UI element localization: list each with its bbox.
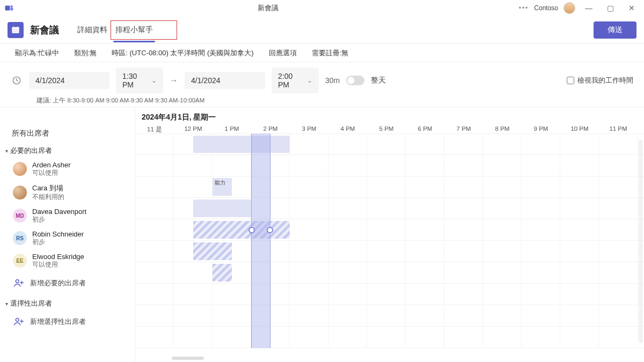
attendee-row[interactable]: EE Elwood Eskridge可以使用 xyxy=(0,249,135,272)
duration-label: 30m xyxy=(325,76,340,85)
avatar: EE xyxy=(13,254,27,268)
page-title: 新會議 xyxy=(30,24,59,36)
tabs: 詳細資料 排程小幫手 xyxy=(75,20,177,40)
avatar: RS xyxy=(13,231,27,245)
tab-scheduling-assistant[interactable]: 排程小幫手 xyxy=(113,22,155,38)
grid-row-spacer xyxy=(135,284,644,305)
chevron-down-icon: ▾ xyxy=(5,301,8,307)
clock-icon xyxy=(11,75,23,86)
all-day-toggle[interactable] xyxy=(346,76,364,85)
meta-bar: 顯示為:忙碌中 類別:無 時區: (UTC-08:00) 太平洋時間 (美國與加… xyxy=(0,44,644,62)
svg-rect-0 xyxy=(5,6,10,11)
grid-row-spacer xyxy=(135,155,644,176)
timezone[interactable]: 時區: (UTC-08:00) 太平洋時間 (美國與加拿大) xyxy=(112,48,253,58)
svg-point-9 xyxy=(16,318,19,321)
attendee-row[interactable]: MD Davea Davenport初步 xyxy=(0,204,135,227)
svg-rect-2 xyxy=(10,8,13,10)
all-day-label: 整天 xyxy=(371,76,386,85)
grid-row-attendee xyxy=(135,219,644,241)
grid-row-attendee xyxy=(135,262,644,284)
horizontal-scroll-hint[interactable] xyxy=(172,357,204,360)
arrow-right-icon: → xyxy=(170,76,178,85)
tab-details[interactable]: 詳細資料 xyxy=(75,22,109,38)
meeting-icon xyxy=(8,22,24,38)
chevron-down-icon: ▾ xyxy=(5,148,8,154)
category[interactable]: 類別:無 xyxy=(74,48,97,58)
chevron-down-icon: ⌄ xyxy=(151,77,157,84)
user-avatar[interactable] xyxy=(564,2,575,14)
resize-handle-right[interactable] xyxy=(267,227,273,233)
all-attendees-header: 所有出席者 xyxy=(0,123,135,142)
response-options[interactable]: 回應選項 xyxy=(269,48,297,58)
grid-row-attendee: 能力 xyxy=(135,176,644,198)
minimize-button[interactable]: — xyxy=(581,4,597,12)
grid-row-all xyxy=(135,134,644,155)
window-title: 新會議 xyxy=(17,3,519,13)
org-name: Contoso xyxy=(534,4,558,12)
close-button[interactable]: ✕ xyxy=(624,4,640,12)
attendee-sidebar: 所有出席者 ▾ 必要的出席者 Arden Asher可以使用 Cara 到場不能… xyxy=(0,107,135,362)
tentative-block xyxy=(193,221,290,239)
add-optional-attendee[interactable]: 新增選擇性出席者 xyxy=(0,311,135,333)
grid-row-spacer xyxy=(135,327,644,348)
svg-rect-4 xyxy=(12,27,19,28)
tab-scheduling-highlight: 排程小幫手 xyxy=(111,20,177,40)
avatar xyxy=(13,186,27,200)
chevron-down-icon: ⌄ xyxy=(307,77,312,84)
grid-rows: 能力 xyxy=(135,134,644,348)
time-row: 4/1/2024 1:30 PM⌄ → 4/1/2024 2:00 PM⌄ 30… xyxy=(0,62,644,107)
avatar: MD xyxy=(13,209,27,223)
view-work-hours-checkbox[interactable] xyxy=(567,77,574,84)
grid-row-attendee xyxy=(135,198,644,219)
availability-grid[interactable]: 2024年4月1日, 星期一 11 是 12 PM 1 PM 2 PM 3 PM… xyxy=(135,107,644,362)
required-attendees-header[interactable]: ▾ 必要的出席者 xyxy=(0,142,135,158)
add-people-icon xyxy=(13,277,25,289)
svg-point-1 xyxy=(10,5,13,8)
hours-header: 11 是 12 PM 1 PM 2 PM 3 PM 4 PM 5 PM 6 PM… xyxy=(135,125,644,134)
vertical-scrollbar[interactable] xyxy=(639,139,643,343)
attendee-row[interactable]: Cara 到場不能利用的 xyxy=(0,180,135,204)
show-as[interactable]: 顯示為:忙碌中 xyxy=(15,48,59,58)
add-required-attendee[interactable]: 新增必要的出席者 xyxy=(0,272,135,294)
teams-app-icon xyxy=(4,3,14,13)
grid-date-heading: 2024年4月1日, 星期一 xyxy=(135,107,644,125)
end-date-input[interactable]: 4/1/2024 xyxy=(185,72,265,89)
busy-block xyxy=(193,136,290,153)
grid-row-attendee xyxy=(135,241,644,262)
tentative-block xyxy=(193,242,232,260)
page-header: 新會議 詳細資料 排程小幫手 傳送 xyxy=(0,16,644,44)
resize-handle-left[interactable] xyxy=(248,227,255,233)
view-work-hours[interactable]: 檢視我的工作時間 xyxy=(567,76,633,85)
grid-row-spacer xyxy=(135,305,644,327)
registration[interactable]: 需要註冊:無 xyxy=(312,48,349,58)
more-icon[interactable]: ••• xyxy=(519,4,529,12)
svg-rect-5 xyxy=(13,26,14,28)
attendee-row[interactable]: RS Robin Schneider初步 xyxy=(0,227,135,249)
busy-block: 能力 xyxy=(213,178,232,196)
start-time-input[interactable]: 1:30 PM⌄ xyxy=(116,68,163,93)
send-button[interactable]: 傳送 xyxy=(594,21,636,39)
avatar xyxy=(13,162,27,176)
busy-block xyxy=(193,200,251,217)
svg-point-8 xyxy=(16,279,19,283)
svg-rect-6 xyxy=(17,26,18,28)
start-date-input[interactable]: 4/1/2024 xyxy=(29,72,109,89)
window-titlebar: 新會議 ••• Contoso — ▢ ✕ xyxy=(0,0,644,16)
proposed-time-overlay[interactable] xyxy=(251,134,270,348)
tentative-block xyxy=(213,264,232,282)
maximize-button[interactable]: ▢ xyxy=(602,4,618,12)
suggested-times[interactable]: 建議: 上午 8:30-9:00 AM 9:00 AM-9:30 AM 9:30… xyxy=(36,97,633,105)
optional-attendees-header[interactable]: ▾ 選擇性出席者 xyxy=(0,294,135,311)
attendee-row[interactable]: Arden Asher可以使用 xyxy=(0,158,135,180)
add-people-icon xyxy=(13,316,25,328)
end-time-input[interactable]: 2:00 PM⌄ xyxy=(272,68,319,93)
scheduling-main: 所有出席者 ▾ 必要的出席者 Arden Asher可以使用 Cara 到場不能… xyxy=(0,107,644,362)
